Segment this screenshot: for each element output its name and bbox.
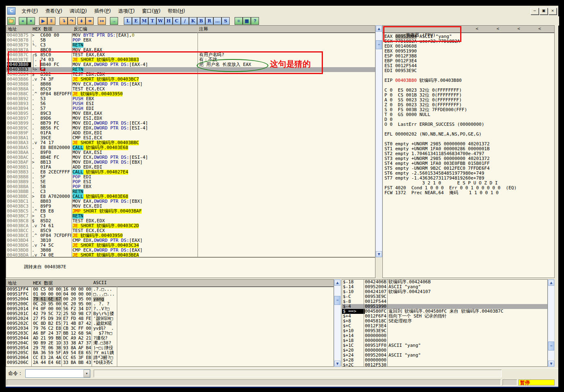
- restart-button[interactable]: «: [19, 17, 27, 25]
- disasm-row[interactable]: 00403BBB.C3RETN: [6, 189, 375, 194]
- view-call-stack-button[interactable]: K: [189, 17, 197, 25]
- scroll-down-button[interactable]: ▼: [376, 251, 382, 257]
- view-executables-button[interactable]: E: [132, 17, 140, 25]
- register-line[interactable]: T 0 GS 0000 NULL: [384, 112, 554, 117]
- register-line[interactable]: FCW 1372 Prec NEAR,64 掩码 1 1 0 0 1 0: [384, 191, 554, 195]
- disasm-row[interactable]: 00403BCE.^0F84 7CFDFFFFJE 软编码序.00403950: [6, 233, 375, 238]
- stack-scrollbar[interactable]: ▲≡▼: [548, 279, 555, 367]
- disasm-row[interactable]: 00403BDA.v74 0EJE SHORT 软编码序.00403BEA: [6, 253, 375, 257]
- registers-chevrons[interactable]: < < < < < < <: [476, 26, 555, 32]
- view-log-button[interactable]: L: [124, 17, 132, 25]
- disasm-row[interactable]: 00403BC7>C3RETN: [6, 214, 375, 219]
- disasm-row[interactable]: 00403BD4.3B10CMP EDX,DWORD PTR DS:[EAX]: [6, 238, 375, 243]
- menu-item-4[interactable]: 选项(T): [114, 7, 138, 16]
- view-patches-button[interactable]: /: [181, 17, 189, 25]
- view-references-button[interactable]: R: [205, 17, 213, 25]
- disassembly-scrollbar[interactable]: ▲≡▼: [375, 25, 382, 257]
- disasm-row[interactable]: 00403BB8.5FPOP EDI: [6, 175, 375, 180]
- scroll-up-button[interactable]: ▲: [548, 280, 554, 286]
- help-button[interactable]: ?: [251, 17, 259, 25]
- disasm-row[interactable]: 00403BC3.89F9MOV ECX,EDI: [6, 204, 375, 209]
- disasm-row[interactable]: 00403BBC>E8 A7020000CALL 软编码序.00403E68: [6, 194, 375, 199]
- dump-row[interactable]: 0095206C2A 44 E4 6E33 BA BB 43*D镁3夯C: [6, 360, 334, 365]
- disasm-row[interactable]: 00403BD6.v74 5CJE SHORT 软编码序.00403C34: [6, 243, 375, 248]
- menu-item-1[interactable]: 查看(V): [42, 7, 66, 16]
- register-line[interactable]: EIP 00403B80 软编码序.00403B80: [384, 78, 554, 83]
- view-windows-button[interactable]: W: [156, 17, 165, 25]
- disasm-row[interactable]: 00403B80│.8B40 FCMOV EAX,DWORD PTR DS:[E…: [6, 62, 375, 67]
- view-memory-button[interactable]: M: [140, 17, 148, 25]
- register-line[interactable]: EFL 00000202 (NO,NB,NE,A,NS,PO,GE,G): [384, 132, 554, 137]
- dump-scrollbar[interactable]: ▲≡▼: [334, 279, 341, 367]
- disasm-row[interactable]: 00403B8C.^0F84 BEFDFFFFJE 软编码序.00403950: [6, 92, 375, 96]
- disasm-row[interactable]: 00403BCA.v74 61JE SHORT 软编码序.00403C2D: [6, 223, 375, 228]
- disasm-row[interactable]: 00403B9F.01FAADD EDX,EDI: [6, 131, 375, 136]
- disasm-row[interactable]: 00403BC5.^EB E8JMP SHORT 软编码序.00403BAF: [6, 209, 375, 214]
- appearance-button[interactable]: ≡: [235, 17, 243, 25]
- command-input[interactable]: [26, 370, 83, 377]
- minimize-button[interactable]: −: [531, 8, 539, 15]
- disasm-row[interactable]: 00403BB1.01FAADD EDX,EDI: [6, 165, 375, 170]
- step-over-button[interactable]: ↷: [68, 17, 76, 25]
- options-button[interactable]: ▦: [243, 17, 251, 25]
- cpu-window-icon[interactable]: C: [7, 7, 15, 15]
- disasm-row[interactable]: 00403B94.57PUSH EDI: [6, 106, 375, 111]
- disasm-row[interactable]: 00403B78.5BPOP EBX: [6, 38, 375, 43]
- view-cpu-button[interactable]: C: [173, 17, 181, 25]
- view-run-trace-button[interactable]: …: [213, 17, 222, 25]
- menu-item-2[interactable]: 调试(D): [66, 7, 91, 16]
- open-file-button[interactable]: [7, 17, 15, 25]
- disasm-row[interactable]: 00403BAF>8B13MOV EDX,DWORD PTR DS:[EBX]: [6, 160, 375, 165]
- scroll-up-button[interactable]: ▲: [376, 26, 382, 32]
- view-breakpoints-button[interactable]: B: [197, 17, 205, 25]
- step-into-button[interactable]: ↴: [59, 17, 68, 25]
- scroll-up-button[interactable]: ▲: [334, 280, 340, 286]
- menu-item-0[interactable]: 文件(F): [18, 7, 42, 16]
- disasm-row[interactable]: 00403BD8.3B08CMP ECX,DWORD PTR DS:[EAX]: [6, 248, 375, 253]
- disasm-row[interactable]: 00403B7A8BC0MOV EAX,EAX: [6, 48, 375, 53]
- go-to-address-button[interactable]: →: [110, 17, 118, 25]
- animate-into-button[interactable]: ↡: [77, 17, 86, 25]
- disasm-row[interactable]: 00403B95.89C3MOV EBX,EAX: [6, 111, 375, 116]
- run-button[interactable]: ▶: [39, 17, 47, 25]
- disasm-row[interactable]: 00403BC1.8B03MOV EAX,DWORD PTR DS:[EBX]: [6, 199, 375, 204]
- disasm-row[interactable]: 00403B75>C600 00MOV BYTE PTR DS:[EAX],0: [6, 33, 375, 38]
- disasm-row[interactable]: 00403B9C.8B56 FCMOV EDX,DWORD PTR DS:[ES…: [6, 126, 375, 131]
- disasm-row[interactable]: 00403B99.8B79 FCMOV EDI,DWORD PTR DS:[EC…: [6, 121, 375, 126]
- register-line[interactable]: O 0 LastErr ERROR_SUCCESS (00000000): [384, 122, 554, 127]
- stack-row[interactable]: $+2C0012F530: [342, 363, 547, 367]
- disasm-row[interactable]: 00403BA3.v74 17JE SHORT 软编码序.00403BBC: [6, 140, 375, 145]
- command-combobox[interactable]: ▼: [25, 369, 90, 378]
- scroll-thumb[interactable]: ≡: [334, 296, 340, 305]
- disasm-row[interactable]: 00403BBA.5BPOP EBX: [6, 184, 375, 189]
- view-threads-button[interactable]: T: [148, 17, 156, 25]
- scroll-down-button[interactable]: ▼: [548, 361, 554, 367]
- disasm-row[interactable]: 00403BA1.39CECMP ESI,ECX: [6, 136, 375, 140]
- disasm-row[interactable]: 00403B93.56PUSH ESI: [6, 101, 375, 106]
- close-button[interactable]: ×: [549, 8, 557, 15]
- scroll-down-button[interactable]: ▼: [334, 361, 340, 367]
- pause-button[interactable]: ‖: [47, 17, 55, 25]
- disasm-row[interactable]: 00403B7E│.74 03JE SHORT 软编码序.00403B83有：不…: [6, 57, 375, 62]
- disasm-row[interactable]: 00403BAC.8B4E FCMOV ECX,DWORD PTR DS:[ES…: [6, 155, 375, 160]
- scroll-thumb[interactable]: ≡: [376, 40, 382, 49]
- view-handles-button[interactable]: H: [165, 17, 173, 25]
- disasm-row[interactable]: 00403B8A.85C9TEST ECX,ECX: [6, 87, 375, 92]
- disasm-row[interactable]: 00403B83└>C3RETN: [6, 67, 375, 72]
- disasm-row[interactable]: 00403BC8$85D2TEST EDX,EDX: [6, 219, 375, 223]
- restore-button[interactable]: ▣: [540, 8, 548, 15]
- disasm-row[interactable]: 00403B97.89D6MOV ESI,EDX: [6, 116, 375, 121]
- disasm-row[interactable]: 00403BA5.E8 BE020000CALL 软编码序.00403E68: [6, 145, 375, 150]
- view-source-button[interactable]: S: [222, 17, 230, 25]
- combo-dropdown-button[interactable]: ▼: [83, 370, 90, 377]
- disasm-row[interactable]: 00403B88.8B08MOV ECX,DWORD PTR DS:[EAX]: [6, 82, 375, 87]
- close-program-button[interactable]: ×: [27, 17, 35, 25]
- disasm-row[interactable]: 00403BB9.5EPOP ESI: [6, 180, 375, 184]
- menu-item-6[interactable]: 帮助(H): [164, 7, 189, 16]
- disasm-row[interactable]: 00403BAA.89F0MOV EAX,ESI: [6, 150, 375, 155]
- menu-item-3[interactable]: 插件(P): [91, 7, 115, 16]
- disasm-row[interactable]: 00403B86.v74 3FJE SHORT 软编码序.00403BC7: [6, 77, 375, 82]
- register-line[interactable]: EDI 00953E9C: [384, 68, 554, 73]
- execute-till-return-button[interactable]: ↦: [98, 17, 106, 25]
- disasm-row[interactable]: 00403B84$85D2TEST EDX,EDX: [6, 72, 375, 77]
